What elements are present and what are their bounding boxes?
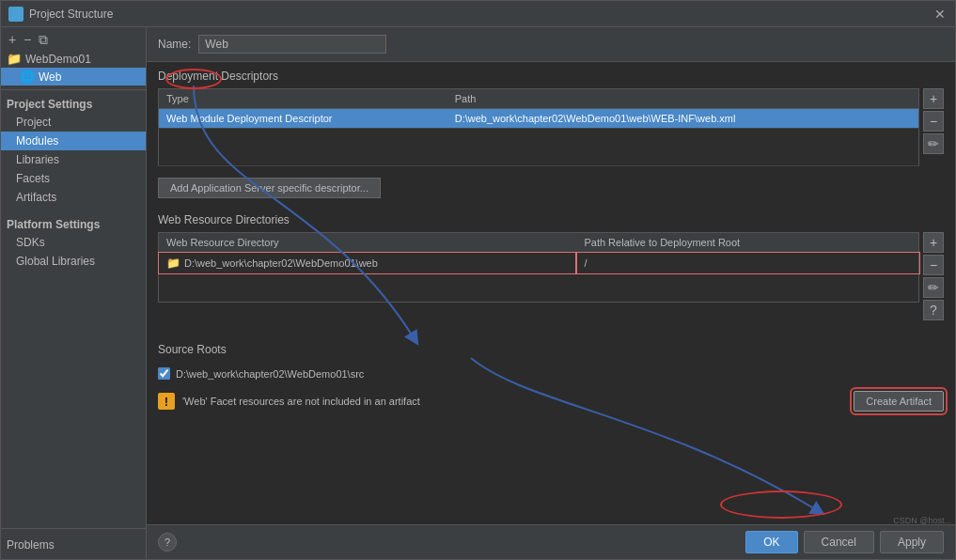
window-title: Project Structure [29,8,932,21]
nav-item-project[interactable]: Project [1,113,146,132]
nav-item-libraries[interactable]: Libraries [1,150,146,169]
nav-item-global-libraries[interactable]: Global Libraries [1,252,146,271]
web-module-icon: 🌐 [20,70,35,84]
nav-item-sdks[interactable]: SDKs [1,233,146,252]
deployment-descriptors-table: Type Path Web Module Deployment Descript… [158,88,919,166]
descriptor-path: D:\web_work\chapter02\WebDemo01\web\WEB-… [447,109,919,129]
help-button[interactable]: ? [158,533,177,552]
warning-icon: ! [158,393,175,410]
remove-module-button[interactable]: − [22,33,33,46]
title-icon [8,7,24,22]
source-root-path: D:\web_work\chapter02\WebDemo01\src [176,368,364,380]
edit-wrd-button[interactable]: ✏ [923,277,944,298]
descriptor-type: Web Module Deployment Descriptor [159,109,447,129]
title-bar: Project Structure ✕ [1,1,955,27]
name-input[interactable] [198,35,386,54]
project-structure-window: Project Structure ✕ + − ⧉ 📁 WebDemo01 🌐 … [0,0,956,560]
deployment-descriptors-section: Deployment Descriptors Type Path [147,62,955,206]
descriptor-side-buttons: + − ✏ [923,88,944,166]
wrd-table: Web Resource Directory Path Relative to … [158,232,919,303]
source-roots-section: Source Roots D:\web_work\chapter02\WebDe… [147,335,955,423]
name-label: Name: [158,38,191,51]
web-resource-directories-section: Web Resource Directories Web Resource Di… [147,206,955,335]
warning-text: 'Web' Facet resources are not included i… [182,396,846,407]
source-roots-title: Source Roots [158,343,944,356]
nav-item-facets[interactable]: Facets [1,169,146,188]
svg-rect-1 [13,11,16,14]
wrd-side-buttons: + − ✏ ? [923,232,944,320]
watermark: CSDN @host... [893,516,951,525]
bottom-bar: ? OK Cancel Apply [147,524,955,559]
sidebar-toolbar: + − ⧉ [1,31,146,50]
table-row[interactable]: 📁 D:\web_work\chapter02\WebDemo01\web / [159,253,919,274]
warning-row: ! 'Web' Facet resources are not included… [158,385,944,415]
ok-button[interactable]: OK [745,531,797,553]
name-row: Name: [147,27,955,62]
add-wrd-button[interactable]: + [923,232,944,253]
add-server-descriptor-button[interactable]: Add Application Server specific descript… [158,178,381,198]
wrd-title: Web Resource Directories [158,213,944,226]
col-path: Path [447,89,919,109]
col-type: Type [159,89,447,109]
sidebar: + − ⧉ 📁 WebDemo01 🌐 Web Project Settings… [1,27,147,559]
close-button[interactable]: ✕ [932,7,948,22]
remove-descriptor-button[interactable]: − [923,111,944,132]
nav-item-modules[interactable]: Modules [1,132,146,150]
right-panel: Name: Deployment Descriptors Type [147,27,955,559]
add-module-button[interactable]: + [7,33,18,46]
table-row[interactable]: Web Module Deployment Descriptor D:\web_… [159,109,919,129]
col-wrd: Web Resource Directory [159,233,577,253]
panel-content: Deployment Descriptors Type Path [147,62,955,524]
apply-button[interactable]: Apply [880,531,944,553]
table-row-empty [159,129,919,166]
tree-item-web[interactable]: 🌐 Web [1,68,146,86]
create-artifact-button[interactable]: Create Artifact [854,391,944,412]
folder-icon: 📁 [7,52,22,66]
copy-module-button[interactable]: ⧉ [37,33,50,46]
add-descriptor-button[interactable]: + [923,88,944,109]
wrd-rel-path: / [576,253,918,274]
cancel-button[interactable]: Cancel [804,531,874,553]
tree-item-label: WebDemo01 [25,53,91,66]
deployment-descriptors-title: Deployment Descriptors [158,70,944,83]
project-settings-title: Project Settings [1,94,146,113]
folder-icon: 📁 [166,257,180,270]
edit-descriptor-button[interactable]: ✏ [923,133,944,154]
tree-item-label: Web [39,70,61,84]
problems-link[interactable]: Problems [1,533,146,555]
nav-item-artifacts[interactable]: Artifacts [1,188,146,207]
platform-settings-title: Platform Settings [1,214,146,233]
source-root-row: D:\web_work\chapter02\WebDemo01\src [158,362,944,385]
col-path-rel: Path Relative to Deployment Root [576,233,918,253]
tree-item-webdemo01[interactable]: 📁 WebDemo01 [1,50,146,68]
remove-wrd-button[interactable]: − [923,255,944,275]
wrd-directory: 📁 D:\web_work\chapter02\WebDemo01\web [159,253,577,274]
table-row-empty [159,273,919,302]
source-root-checkbox[interactable] [158,367,170,380]
help-wrd-button[interactable]: ? [923,300,944,320]
